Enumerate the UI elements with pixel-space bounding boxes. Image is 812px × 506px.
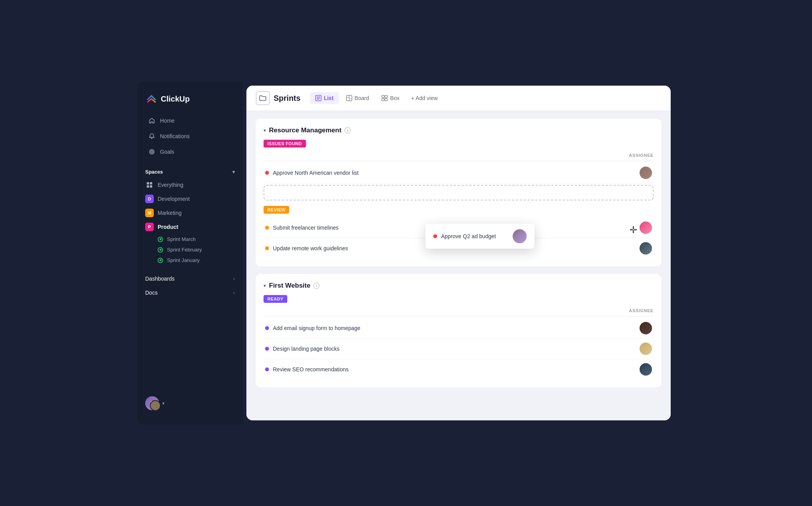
task-row[interactable]: Add email signup form to homepage bbox=[264, 318, 654, 339]
tab-list-label: List bbox=[324, 95, 334, 101]
svg-rect-17 bbox=[382, 98, 384, 101]
task-name: Add email signup form to homepage bbox=[273, 325, 360, 331]
task-avatar bbox=[640, 242, 652, 255]
drag-card-avatar bbox=[513, 229, 527, 243]
logo-area[interactable]: ClickUp bbox=[137, 90, 243, 113]
task-row[interactable]: Design landing page blocks bbox=[264, 339, 654, 359]
spaces-header[interactable]: Spaces ▾ bbox=[137, 166, 243, 178]
svg-rect-16 bbox=[385, 95, 387, 98]
task-avatar bbox=[640, 363, 652, 376]
svg-rect-15 bbox=[382, 95, 384, 98]
crosshair-icon: ✛ bbox=[627, 224, 640, 236]
add-view-button[interactable]: + Add view bbox=[406, 92, 442, 104]
task-row[interactable]: Approve North American vendor list bbox=[264, 163, 654, 183]
sprint-dot-icon bbox=[158, 258, 163, 263]
grid-icon bbox=[145, 181, 154, 189]
marketing-label: Marketing bbox=[158, 210, 181, 216]
column-header-rm: ASSIGNEE bbox=[264, 151, 654, 161]
badge-issues-found: ISSUES FOUND bbox=[264, 140, 306, 148]
sidebar-item-sprint-january[interactable]: Sprint January bbox=[137, 255, 243, 265]
mkt-badge: M bbox=[145, 209, 154, 217]
task-name: Review SEO recommendations bbox=[273, 366, 349, 372]
nav-docs[interactable]: Docs › bbox=[137, 286, 243, 300]
task-name: Update remote work guidelines bbox=[273, 245, 348, 251]
task-name: Submit freelancer timelines bbox=[273, 225, 339, 231]
sprint-february-label: Sprint February bbox=[167, 247, 202, 253]
svg-point-2 bbox=[151, 151, 152, 152]
nav-notifications[interactable]: Notifications bbox=[141, 129, 239, 144]
section-info-icon[interactable]: i bbox=[313, 283, 320, 289]
user-photo bbox=[150, 400, 161, 411]
nav-dashboards[interactable]: Dashboards › bbox=[137, 272, 243, 286]
sidebar-item-development[interactable]: D Development bbox=[137, 192, 243, 206]
logo-icon bbox=[145, 93, 158, 105]
badge-ready: READY bbox=[264, 295, 287, 303]
tab-box-label: Box bbox=[390, 95, 399, 101]
dev-badge: D bbox=[145, 195, 154, 203]
column-header-fw: ASSIGNEE bbox=[264, 307, 654, 316]
nav-goals-label: Goals bbox=[160, 149, 174, 155]
docs-chevron-icon: › bbox=[233, 290, 235, 295]
nav-home-label: Home bbox=[160, 118, 174, 124]
nav-goals[interactable]: Goals bbox=[141, 144, 239, 159]
task-avatar bbox=[640, 343, 652, 355]
section-collapse-icon[interactable]: ▾ bbox=[264, 283, 266, 288]
svg-rect-5 bbox=[147, 185, 149, 188]
task-dot-purple bbox=[265, 367, 269, 371]
section-fw-title: First Website bbox=[269, 282, 310, 290]
board-icon bbox=[346, 95, 352, 101]
content-area: ▾ Resource Management i ISSUES FOUND ASS… bbox=[246, 111, 671, 420]
target-icon bbox=[148, 148, 155, 155]
drag-dot bbox=[433, 234, 437, 238]
tab-box[interactable]: Box bbox=[376, 92, 405, 104]
list-icon bbox=[315, 95, 322, 101]
main-content: Sprints List Board Box bbox=[246, 86, 671, 420]
tab-list[interactable]: List bbox=[310, 92, 339, 104]
task-dot-purple bbox=[265, 347, 269, 351]
task-row[interactable]: Review SEO recommendations bbox=[264, 359, 654, 380]
prd-badge: P bbox=[145, 223, 154, 231]
sidebar-item-product[interactable]: P Product bbox=[137, 220, 243, 234]
tab-board[interactable]: Board bbox=[341, 92, 374, 104]
docs-label: Docs bbox=[145, 290, 158, 296]
page-title-area: Sprints bbox=[256, 91, 301, 105]
sprint-dot-icon bbox=[158, 247, 163, 253]
dashboards-chevron-icon: › bbox=[233, 276, 235, 281]
task-dot-yellow bbox=[265, 226, 269, 230]
user-avatar-stack[interactable]: S bbox=[145, 396, 159, 410]
drag-card-text: Approve Q2 ad budget bbox=[441, 233, 496, 239]
sidebar: ClickUp Home Notifications Goals Spaces … bbox=[137, 82, 243, 424]
product-label: Product bbox=[158, 224, 178, 230]
sidebar-item-marketing[interactable]: M Marketing bbox=[137, 206, 243, 220]
sidebar-item-sprint-february[interactable]: Sprint February bbox=[137, 244, 243, 255]
sidebar-item-everything[interactable]: Everything bbox=[137, 178, 243, 192]
section-fw-header: ▾ First Website i bbox=[264, 282, 654, 290]
section-rm-header: ▾ Resource Management i bbox=[264, 126, 654, 134]
section-info-icon[interactable]: i bbox=[344, 127, 351, 134]
task-name: Approve North American vendor list bbox=[273, 170, 359, 176]
development-label: Development bbox=[158, 196, 190, 202]
dashboards-label: Dashboards bbox=[145, 276, 175, 282]
sprint-january-label: Sprint January bbox=[167, 257, 200, 263]
nav-notifications-label: Notifications bbox=[160, 133, 190, 139]
spaces-label: Spaces bbox=[145, 169, 163, 175]
section-collapse-icon[interactable]: ▾ bbox=[264, 128, 266, 133]
user-chevron-icon[interactable]: ▾ bbox=[162, 401, 165, 406]
folder-icon bbox=[256, 91, 270, 105]
bell-icon bbox=[148, 133, 155, 140]
sidebar-item-sprint-march[interactable]: Sprint March bbox=[137, 234, 243, 244]
drag-card: Approve Q2 ad budget bbox=[425, 224, 534, 249]
task-name: Design landing page blocks bbox=[273, 346, 339, 352]
sprint-dot-icon bbox=[158, 237, 163, 242]
tab-board-label: Board bbox=[355, 95, 369, 101]
assignee-col-label: ASSIGNEE bbox=[629, 308, 654, 313]
add-view-label: + Add view bbox=[411, 95, 438, 101]
sprint-march-label: Sprint March bbox=[167, 236, 196, 242]
task-dot-purple bbox=[265, 326, 269, 330]
box-icon bbox=[381, 95, 388, 101]
nav-home[interactable]: Home bbox=[141, 113, 239, 128]
svg-rect-4 bbox=[150, 182, 152, 184]
svg-rect-3 bbox=[147, 182, 149, 184]
main-header: Sprints List Board Box bbox=[246, 86, 671, 111]
drop-target bbox=[264, 185, 654, 200]
